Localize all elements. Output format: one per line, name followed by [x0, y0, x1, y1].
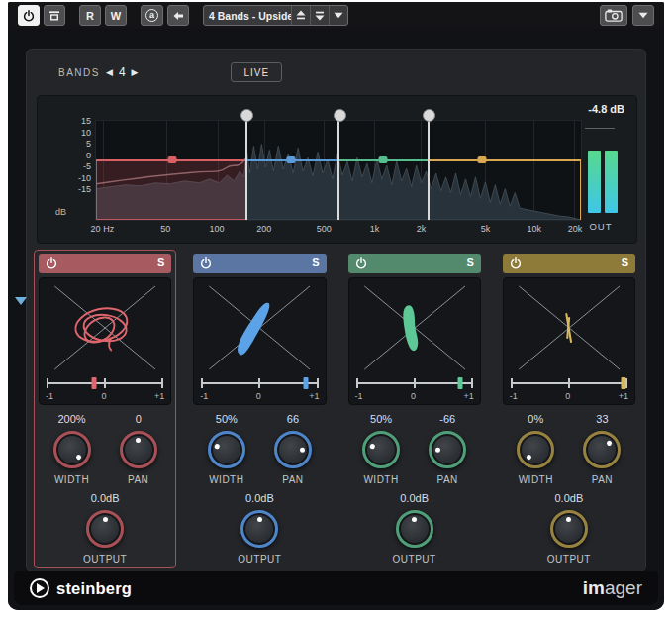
scope-display [508, 280, 630, 375]
bands-decrement-button[interactable]: ◀ [100, 67, 119, 77]
width-label: WIDTH [363, 474, 398, 485]
bands-label: BANDS [58, 67, 100, 78]
knob-indicator [103, 517, 108, 522]
crossover-divider[interactable] [245, 117, 247, 220]
pan-value: -66 [439, 413, 455, 426]
live-button[interactable]: LIVE [231, 62, 282, 82]
width-knob[interactable] [208, 431, 245, 468]
output-knob[interactable] [396, 510, 433, 548]
out-label: OUT [579, 221, 623, 232]
pan-meter-labels: -10+1 [198, 391, 321, 403]
freq-tick-label: 10k [528, 224, 542, 234]
steinberg-play-icon [30, 578, 49, 598]
band-strip-3: S -10+1 [343, 250, 486, 568]
pan-meter[interactable] [48, 375, 162, 391]
output-meter [588, 151, 618, 213]
freq-tick-label: 2k [417, 224, 427, 234]
knob-indicator [75, 454, 82, 461]
knob-indicator [566, 517, 571, 522]
pan-meter[interactable] [202, 375, 317, 391]
plugin-body: BANDS ◀ 4 ▶ LIVE 1510 50 -5-10 -15 dB [8, 29, 664, 610]
pan-knob[interactable] [274, 431, 312, 468]
plugin-power-button[interactable] [18, 5, 40, 26]
stereo-scope: -10+1 [193, 277, 326, 405]
snapshot-button[interactable] [600, 5, 627, 26]
crossover-divider[interactable] [428, 117, 430, 220]
band-solo-button[interactable]: S [466, 257, 473, 268]
collapse-arrow-icon[interactable] [15, 297, 27, 305]
band-power-button[interactable] [46, 257, 57, 269]
freq-tick-label: 20 Hz [91, 224, 115, 234]
scope-signal [238, 302, 269, 355]
band-strips: S [34, 250, 640, 568]
power-icon [46, 257, 57, 269]
meter-bar-left [588, 151, 601, 213]
band-header: S [193, 254, 326, 273]
scope-signal [72, 303, 130, 350]
scope-display [353, 280, 476, 375]
band-header: S [348, 254, 481, 273]
output-value: 0.0dB [91, 492, 120, 505]
bypass-button[interactable] [44, 5, 65, 26]
width-knob[interactable] [517, 431, 554, 468]
output-value: 0.0dB [400, 492, 429, 505]
knob-indicator [369, 443, 376, 450]
scope-display [198, 280, 321, 375]
band-power-button[interactable] [355, 257, 367, 269]
pan-meter[interactable] [357, 375, 472, 391]
band-gain-handle[interactable] [378, 156, 387, 163]
switch-layout-button[interactable] [167, 5, 189, 26]
pan-meter-labels: -10+1 [508, 391, 630, 403]
pan-label: PAN [592, 474, 613, 485]
preset-name-field[interactable]: 4 Bands - Upside [204, 6, 291, 25]
output-knob[interactable] [86, 510, 124, 548]
band-strip-4: S [498, 250, 640, 568]
low-band-region[interactable] [96, 160, 246, 220]
pan-knob[interactable] [120, 431, 157, 468]
freq-tick-label: 200 [256, 224, 271, 234]
knob-indicator [435, 447, 440, 452]
product-name-rest: ager [605, 577, 642, 598]
width-knob[interactable] [53, 431, 91, 468]
preset-previous-button[interactable] [291, 6, 310, 25]
knob-indicator [526, 454, 532, 461]
band-solo-button[interactable]: S [312, 257, 319, 268]
band-gain-handle[interactable] [477, 156, 486, 163]
width-knob[interactable] [362, 431, 400, 468]
arrow-left-icon [172, 11, 184, 21]
window-menu-button[interactable] [632, 5, 654, 26]
freq-tick-label: 50 [160, 224, 170, 234]
write-automation-button[interactable]: W [105, 5, 127, 26]
pan-knob[interactable] [583, 431, 621, 468]
crossover-divider[interactable] [337, 117, 339, 220]
band-header: S [39, 254, 171, 273]
preset-next-button[interactable] [310, 6, 329, 25]
pan-meter-marker [303, 377, 308, 389]
spectrum-plot[interactable] [95, 120, 582, 221]
band-power-button[interactable] [510, 257, 522, 269]
preset-menu-button[interactable] [329, 6, 347, 25]
automation-mode-button[interactable]: a [141, 5, 163, 26]
letter-a-icon: a [145, 9, 158, 22]
read-automation-button[interactable]: R [79, 5, 101, 26]
power-icon [355, 257, 367, 269]
band-gain-handle[interactable] [168, 156, 177, 163]
pan-meter[interactable] [512, 375, 626, 391]
pan-knob[interactable] [429, 431, 466, 468]
pan-label: PAN [282, 474, 303, 485]
output-knob[interactable] [240, 510, 278, 548]
band-gain-line[interactable] [429, 159, 581, 161]
output-label: OUTPUT [547, 554, 591, 565]
band-header: S [503, 254, 635, 273]
band-power-button[interactable] [200, 257, 212, 269]
scope-signal [566, 314, 571, 342]
output-knob[interactable] [550, 510, 588, 548]
bands-increment-button[interactable]: ▶ [126, 67, 144, 77]
band-solo-button[interactable]: S [157, 257, 164, 268]
band-solo-button[interactable]: S [622, 257, 628, 268]
knob-indicator [136, 438, 141, 443]
pan-value: 33 [596, 413, 608, 426]
output-value: 0.0dB [245, 492, 274, 505]
band-gain-handle[interactable] [286, 156, 295, 163]
power-icon [23, 10, 35, 22]
